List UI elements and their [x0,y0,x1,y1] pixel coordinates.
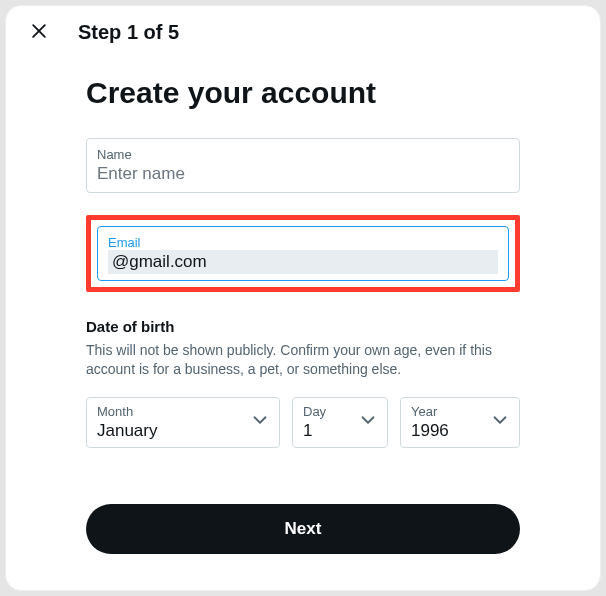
dob-title: Date of birth [86,318,520,335]
year-select[interactable]: Year 1996 [400,397,520,448]
email-highlight-box: Email [86,215,520,292]
email-label: Email [108,235,498,250]
name-label: Name [97,147,509,162]
chevron-down-icon [249,409,271,435]
close-icon [29,21,49,44]
dob-selects: Month January Day 1 Year 1996 [86,397,520,448]
day-select[interactable]: Day 1 [292,397,388,448]
month-label: Month [97,404,271,419]
name-input[interactable] [97,162,509,186]
month-value: January [97,419,271,443]
close-button[interactable] [22,15,56,49]
email-input[interactable] [112,252,494,272]
signup-modal: Step 1 of 5 Create your account Name Ema… [5,5,601,591]
month-select[interactable]: Month January [86,397,280,448]
modal-content: Create your account Name Email Date of b… [6,76,600,554]
next-button[interactable]: Next [86,504,520,554]
chevron-down-icon [489,409,511,435]
step-indicator: Step 1 of 5 [78,21,179,44]
chevron-down-icon [357,409,379,435]
email-field[interactable]: Email [97,226,509,281]
page-title: Create your account [86,76,520,110]
email-input-wrapper [108,250,498,274]
dob-description: This will not be shown publicly. Confirm… [86,341,520,379]
modal-header: Step 1 of 5 [6,6,600,58]
name-field[interactable]: Name [86,138,520,193]
